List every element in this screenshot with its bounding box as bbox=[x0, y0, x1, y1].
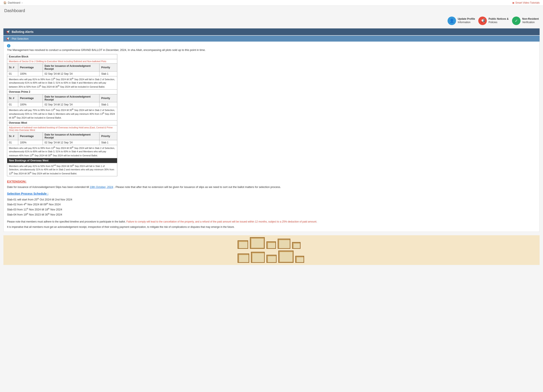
frame-item bbox=[238, 240, 248, 249]
op2-sr: 01 bbox=[7, 102, 18, 107]
exec-sr: 01 bbox=[7, 72, 18, 76]
home-icon: 🏠 bbox=[3, 1, 6, 4]
table-header-row-2: Sr. # Percentage Date for issuance of Ac… bbox=[7, 94, 117, 102]
new-bookings-note: Members who will pay 41% to 50% from 02n… bbox=[7, 163, 117, 176]
col-date-2: Date for issuance of Acknowledgment Rece… bbox=[43, 94, 100, 102]
plot-icon: 📢 bbox=[6, 37, 10, 40]
breadcrumb-separator: » bbox=[22, 2, 23, 4]
ow-note-row: Members who will pay 81% to 99% from 13t… bbox=[7, 145, 117, 158]
public-notices-line2: Policies bbox=[488, 21, 497, 24]
non-resident-icon: ✓ bbox=[512, 17, 520, 25]
op2-note-row: Members who will pay 75% to 99% from 13t… bbox=[7, 107, 117, 120]
update-profile-button[interactable]: 👤 Update Profile Information bbox=[447, 17, 475, 25]
col-date-3: Date for issuance of Acknowledgment Rece… bbox=[43, 132, 100, 140]
col-sr: Sr. # bbox=[7, 64, 18, 72]
main-content: 📢 Balloting Alerts 📢 Plot Selection i Th… bbox=[0, 28, 543, 269]
bottom-decorative-area bbox=[3, 235, 540, 265]
action-buttons-row: 👤 Update Profile Information 📢 Public No… bbox=[0, 15, 543, 28]
update-profile-line2: Information bbox=[458, 21, 470, 24]
col-sr-3: Sr. # bbox=[7, 132, 18, 140]
ow-date: 02 Sep '24 till 12 Sep '24 bbox=[43, 140, 100, 145]
breadcrumb-home-label[interactable]: Dashboard bbox=[8, 1, 20, 4]
op2-note: Members who will pay 75% to 99% from 13t… bbox=[7, 107, 117, 120]
frame-item bbox=[266, 255, 277, 263]
extension-text-before: Date for issuance of Acknowledgement Sli… bbox=[7, 185, 90, 188]
ballot-table: Executive Block Members of Sector D to J… bbox=[7, 54, 117, 176]
update-profile-icon: 👤 bbox=[447, 17, 456, 25]
extension-title: EXTENSION: bbox=[7, 180, 536, 183]
ow-sr: 01 bbox=[7, 140, 18, 145]
frame-item bbox=[250, 237, 265, 249]
frame-item bbox=[295, 256, 304, 263]
frame-grid bbox=[235, 235, 308, 265]
breadcrumb: 🏠 Dashboard » bbox=[3, 1, 23, 4]
table-header-row: Sr. # Percentage Date for issuance of Ac… bbox=[7, 64, 117, 72]
col-priority-2: Priority bbox=[100, 94, 117, 102]
col-percentage-3: Percentage bbox=[18, 132, 43, 140]
update-profile-line1: Update Profile bbox=[458, 17, 475, 21]
public-notices-button[interactable]: 📢 Public Notices & Policies bbox=[478, 17, 509, 25]
table-row: 01 100% 02 Sep '24 till 12 Sep '24 Slab … bbox=[7, 72, 117, 76]
extension-date-link[interactable]: 19th October, 2024 bbox=[90, 185, 113, 188]
new-bookings-note-row: Members who will pay 41% to 50% from 02n… bbox=[7, 163, 117, 176]
exec-date: 02 Sep '24 till 12 Sep '24 bbox=[43, 72, 100, 76]
new-bookings-title: New Bookings of Overseas West bbox=[7, 158, 117, 163]
slab-list: Slab-01 will start from 25th Oct 2024 ti… bbox=[7, 197, 536, 217]
exec-priority: Slab 1 bbox=[100, 72, 117, 76]
plot-selection-title: Plot Selection bbox=[12, 37, 29, 40]
warning-prefix: Please note that members must adhere to … bbox=[7, 220, 126, 223]
frame-item bbox=[266, 241, 276, 249]
non-resident-button[interactable]: ✓ Non-Resident Verification bbox=[512, 17, 539, 25]
executive-block-subtitle: Members of Sector D to J Shifting to Exe… bbox=[7, 59, 117, 64]
balloting-alerts-header: 📢 Balloting Alerts bbox=[3, 28, 540, 35]
overseas-west-title: Overseas West bbox=[7, 120, 117, 125]
exec-percentage: 100% bbox=[18, 72, 43, 76]
col-sr-2: Sr. # bbox=[7, 94, 18, 102]
slab-01: Slab-01 will start from 25th Oct 2024 ti… bbox=[7, 197, 536, 202]
alert-content: i The Management has resolved to conduct… bbox=[3, 42, 540, 232]
warning-text: Please note that members must adhere to … bbox=[7, 220, 536, 224]
page-title: Dashboard bbox=[0, 6, 543, 15]
info-icon: i bbox=[7, 44, 10, 47]
op2-date: 02 Sep '24 till 12 Sep '24 bbox=[43, 102, 100, 107]
slab-02: Slab-02 from 4th Nov 2024 till 09th Nov … bbox=[7, 202, 536, 207]
extension-text: Date for issuance of Acknowledgement Sli… bbox=[7, 185, 536, 189]
top-nav: 🏠 Dashboard » ▶ Smart Video Tutorials bbox=[0, 0, 543, 6]
frame-item bbox=[251, 252, 265, 263]
frame-item bbox=[238, 254, 249, 263]
overseas-prime2-title: Overseas Prime 2 bbox=[7, 89, 117, 94]
col-priority: Priority bbox=[100, 64, 117, 72]
frame-item bbox=[278, 250, 294, 263]
op2-percentage: 100% bbox=[18, 102, 43, 107]
slab-04: Slab-04 from 19th Nov 2023 till 30th Nov… bbox=[7, 212, 536, 217]
plot-selection-header: 📢 Plot Selection bbox=[3, 36, 540, 42]
slab-03: Slab-03 from 11th Nov 2024 till 18th Nov… bbox=[7, 207, 536, 212]
ow-note: Members who will pay 81% to 99% from 13t… bbox=[7, 145, 117, 158]
col-priority-3: Priority bbox=[100, 132, 117, 140]
frame-item bbox=[292, 242, 300, 249]
frame-item bbox=[278, 239, 290, 249]
extension-text-after: . Please note that after that no extensi… bbox=[114, 185, 281, 188]
ow-priority: Slab 1 bbox=[100, 140, 117, 145]
selection-process-title: Selection Process Schedule : bbox=[7, 192, 536, 195]
note-text: It is imperative that all members must g… bbox=[7, 225, 536, 229]
public-notices-line1: Public Notices & bbox=[488, 17, 509, 21]
non-resident-line2: Verification bbox=[522, 21, 535, 24]
smart-video-link[interactable]: ▶ Smart Video Tutorials bbox=[513, 1, 540, 4]
overseas-west-subtitle: Adjustment of balloted/ non-balloted boo… bbox=[7, 125, 117, 132]
col-percentage-2: Percentage bbox=[18, 94, 43, 102]
public-notices-icon: 📢 bbox=[478, 17, 487, 25]
op2-priority: Slab 1 bbox=[100, 102, 117, 107]
col-percentage: Percentage bbox=[18, 64, 43, 72]
ow-percentage: 100% bbox=[18, 140, 43, 145]
balloting-alerts-title: Balloting Alerts bbox=[12, 30, 34, 34]
exec-note: Members who will pay 81% to 99% from 13t… bbox=[7, 76, 117, 90]
warning-red-text: Failure to comply will lead to the cance… bbox=[126, 220, 317, 223]
non-resident-line1: Non-Resident bbox=[522, 17, 539, 21]
smart-video-label: Smart Video Tutorials bbox=[515, 1, 540, 4]
megaphone-icon: 📢 bbox=[6, 30, 10, 34]
play-icon: ▶ bbox=[513, 1, 515, 4]
table-row-2: 01 100% 02 Sep '24 till 12 Sep '24 Slab … bbox=[7, 102, 117, 107]
executive-block-title: Executive Block bbox=[7, 54, 117, 59]
grand-ballot-text: The Management has resolved to conduct a… bbox=[7, 48, 536, 51]
